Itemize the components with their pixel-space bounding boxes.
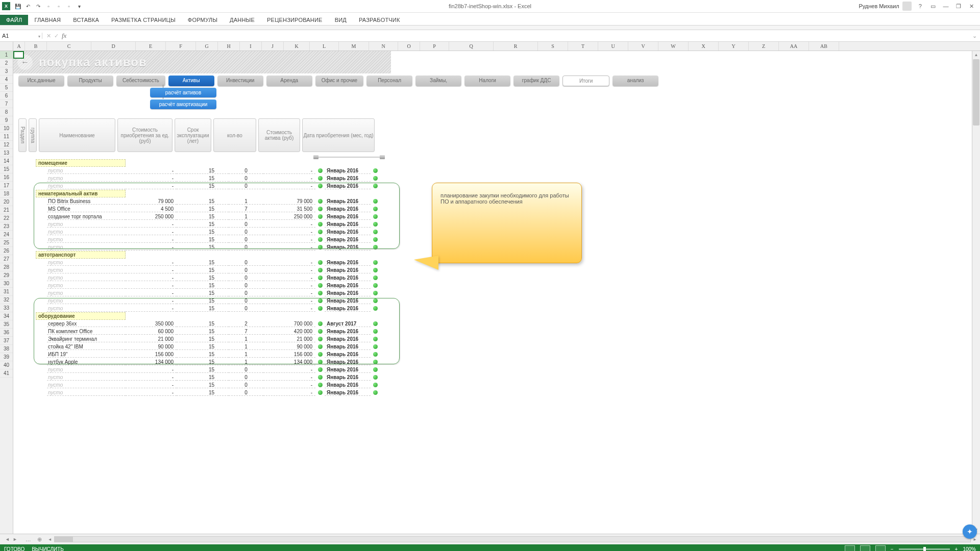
cell-name[interactable]: пусто	[47, 237, 126, 243]
status-calc[interactable]: ВЫЧИСЛИТЬ	[32, 546, 64, 551]
cell-cost[interactable]: 21 000	[126, 336, 177, 342]
row-header[interactable]: 17	[0, 182, 13, 190]
column-header[interactable]: AB	[809, 42, 839, 51]
cell-name[interactable]: пусто	[47, 168, 126, 174]
cell-cost[interactable]: -	[126, 244, 177, 251]
row-header[interactable]: 1	[0, 51, 13, 59]
cell-qty[interactable]: 1	[229, 214, 263, 220]
slider-handle-right[interactable]	[380, 155, 385, 159]
cell-name[interactable]: пусто	[47, 221, 126, 228]
column-header[interactable]: L	[310, 42, 339, 51]
cell-years[interactable]: 15	[177, 275, 229, 281]
date-range-slider[interactable]	[313, 155, 385, 159]
cell-total[interactable]: -	[263, 290, 315, 296]
table-row[interactable]: пусто-150-Январь 2016	[18, 220, 391, 228]
row-header[interactable]: 6	[0, 92, 13, 100]
row-header[interactable]: 29	[0, 271, 13, 280]
cell-years[interactable]: 15	[177, 183, 229, 189]
row-header[interactable]: 4	[0, 76, 13, 84]
cell-total[interactable]: 156 000	[263, 352, 315, 358]
cell-qty[interactable]: 2	[229, 321, 263, 327]
cell-name[interactable]: пусто	[47, 306, 126, 312]
cell-years[interactable]: 15	[177, 352, 229, 358]
cell-cost[interactable]: -	[126, 374, 177, 381]
cell-date[interactable]: Январь 2016	[325, 237, 371, 243]
cell-total[interactable]: -	[263, 176, 315, 182]
cell-total[interactable]: -	[263, 267, 315, 273]
row-header[interactable]: 41	[0, 369, 13, 378]
column-header[interactable]: E	[136, 42, 166, 51]
cell-cost[interactable]: -	[126, 298, 177, 304]
row-header[interactable]: 31	[0, 288, 13, 296]
column-header[interactable]: Q	[449, 42, 494, 51]
cell-date[interactable]: Январь 2016	[325, 214, 371, 220]
column-header[interactable]: P	[420, 42, 449, 51]
cell-total[interactable]: -	[263, 244, 315, 251]
cell-date[interactable]: Январь 2016	[325, 260, 371, 266]
table-row[interactable]: пусто-150-Январь 2016	[18, 236, 391, 243]
avatar-icon[interactable]	[902, 2, 912, 11]
nav-button[interactable]: анализ	[612, 76, 658, 86]
zoom-slider[interactable]	[899, 548, 950, 550]
user-name[interactable]: Руднев Михаил	[859, 3, 899, 9]
row-header[interactable]: 33	[0, 304, 13, 312]
cell-years[interactable]: 15	[177, 237, 229, 243]
row-header[interactable]: 21	[0, 206, 13, 214]
column-header[interactable]: W	[658, 42, 689, 51]
table-row[interactable]: пусто-150-Январь 2016	[18, 373, 391, 381]
nav-button[interactable]: Себестоимость	[116, 76, 165, 86]
chat-bubble-icon[interactable]: ✦	[963, 524, 977, 539]
table-row[interactable]: пусто-150-Январь 2016	[18, 243, 391, 251]
cell-qty[interactable]: 0	[229, 367, 263, 373]
row-header[interactable]: 38	[0, 345, 13, 353]
cell-cost[interactable]: 60 000	[126, 329, 177, 335]
table-row[interactable]: пусто-150-Январь 2016	[18, 381, 391, 389]
select-all-button[interactable]	[0, 42, 13, 51]
row-header[interactable]: 8	[0, 108, 13, 116]
table-row[interactable]: MS Office4 50015731 500Январь 2016	[18, 205, 391, 213]
cell-years[interactable]: 15	[177, 221, 229, 228]
cell-total[interactable]: -	[263, 221, 315, 228]
nav-button[interactable]: Итоги	[562, 76, 609, 86]
qat-icon[interactable]: ▫	[54, 2, 63, 11]
scroll-up-icon[interactable]: ▲	[972, 51, 980, 59]
row-header[interactable]: 27	[0, 255, 13, 263]
cell-name[interactable]: ПО Bitrix Business	[47, 198, 126, 205]
qat-icon[interactable]: ▫	[64, 2, 74, 11]
ribbon-tab[interactable]: ВСТАВКА	[67, 15, 105, 25]
cell-qty[interactable]: 0	[229, 176, 263, 182]
cell-cost[interactable]: -	[126, 237, 177, 243]
cell-cost[interactable]: -	[126, 183, 177, 189]
column-header[interactable]: T	[568, 42, 598, 51]
column-header[interactable]: I	[240, 42, 262, 51]
cell-years[interactable]: 15	[177, 359, 229, 365]
cell-qty[interactable]: 0	[229, 267, 263, 273]
table-row[interactable]: пусто-150-Январь 2016	[18, 259, 391, 266]
cell-name[interactable]: пусто	[47, 290, 126, 296]
column-header[interactable]: Z	[749, 42, 779, 51]
column-header[interactable]: AA	[779, 42, 809, 51]
save-icon[interactable]: 💾	[13, 2, 22, 11]
sheet-nav-arrows[interactable]: ◄►	[0, 537, 22, 542]
ribbon-tab[interactable]: ВИД	[329, 15, 353, 25]
slider-handle-left[interactable]	[313, 155, 318, 159]
column-header[interactable]: N	[369, 42, 398, 51]
row-header[interactable]: 13	[0, 149, 13, 157]
cell-name[interactable]: пусто	[47, 183, 126, 189]
row-header[interactable]: 23	[0, 222, 13, 231]
row-header[interactable]: 9	[0, 116, 13, 124]
row-header[interactable]: 39	[0, 353, 13, 361]
cell-date[interactable]: Январь 2016	[325, 275, 371, 281]
cell-qty[interactable]: 1	[229, 336, 263, 342]
cell-name[interactable]: пусто	[47, 176, 126, 182]
cell-qty[interactable]: 7	[229, 206, 263, 212]
cell-qty[interactable]: 0	[229, 244, 263, 251]
undo-icon[interactable]: ↶	[23, 2, 33, 11]
cell-name[interactable]: пусто	[47, 275, 126, 281]
nav-button[interactable]: Продукты	[67, 76, 113, 86]
cell-qty[interactable]: 0	[229, 283, 263, 289]
cell-date[interactable]: Январь 2016	[325, 352, 371, 358]
table-row[interactable]: создание торг портала250 000151250 000Ян…	[18, 213, 391, 220]
maximize-icon[interactable]: ❐	[953, 3, 964, 10]
cell-total[interactable]: -	[263, 260, 315, 266]
